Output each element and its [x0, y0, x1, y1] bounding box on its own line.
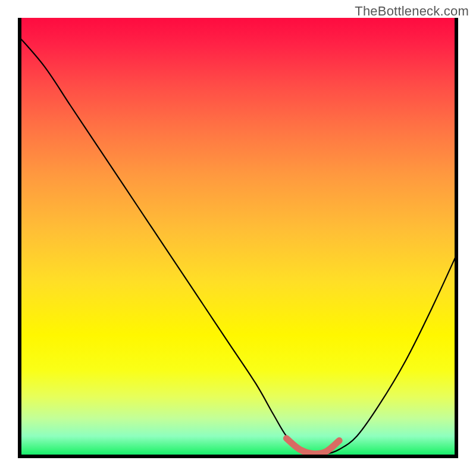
bottleneck-curve: [18, 36, 458, 455]
watermark-text: TheBottleneck.com: [355, 4, 469, 19]
optimal-zone-curve: [286, 439, 339, 454]
chart-svg: [18, 18, 458, 458]
chart-container: TheBottleneck.com: [0, 0, 476, 476]
plot-area: [18, 18, 458, 458]
